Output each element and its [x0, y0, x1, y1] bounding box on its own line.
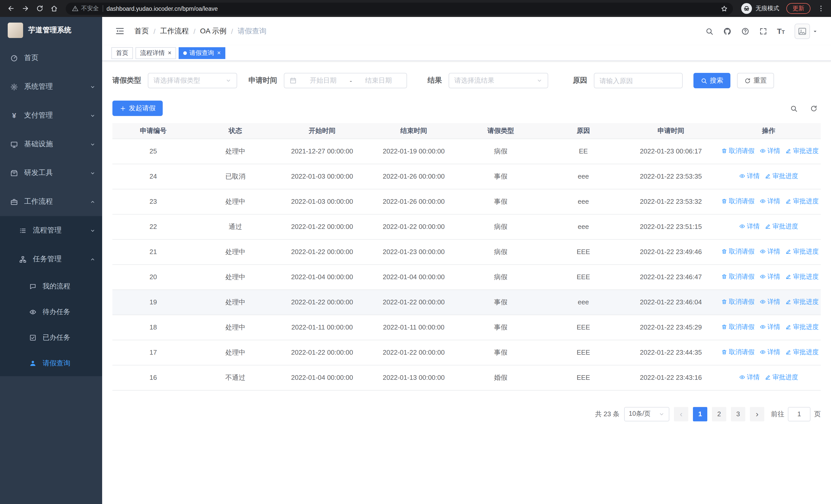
sidebar-item-my-process[interactable]: 我的流程 [0, 273, 102, 299]
browser-update-button[interactable]: 更新 [786, 3, 810, 14]
page-button-3[interactable]: 3 [731, 407, 745, 421]
chevron-down-icon [536, 78, 543, 84]
sidebar-item-dev-tools[interactable]: 研发工具 [0, 158, 102, 187]
cell-id: 20 [112, 264, 194, 290]
fullscreen-icon[interactable] [759, 27, 767, 35]
browser-forward-button[interactable] [19, 2, 32, 15]
action-cancel[interactable]: 取消请假 [721, 247, 754, 256]
incognito-icon [741, 3, 752, 14]
cell-start-time: 2022-01-22 00:00:00 [277, 239, 368, 264]
cell-end-time: 2022-01-11 00:00:00 [368, 315, 460, 340]
next-page-button[interactable]: › [750, 407, 764, 421]
action-cancel[interactable]: 取消请假 [721, 197, 754, 206]
bookmark-star-button[interactable] [719, 3, 730, 14]
action-progress[interactable]: 审批进度 [785, 147, 819, 155]
browser-menu-button[interactable] [814, 2, 827, 14]
incognito-label: 无痕模式 [755, 5, 779, 12]
action-progress[interactable]: 审批进度 [765, 373, 798, 382]
action-cancel[interactable]: 取消请假 [721, 298, 754, 306]
sidebar-item-workflow[interactable]: 工作流程 [0, 187, 102, 216]
create-leave-button[interactable]: 发起请假 [112, 100, 163, 116]
sidebar-toggle-icon[interactable] [115, 26, 125, 36]
page-button-2[interactable]: 2 [712, 407, 726, 421]
tab-process-detail[interactable]: 流程详情× [136, 47, 176, 59]
font-size-icon[interactable]: T T [777, 27, 785, 35]
tab-close-icon[interactable]: × [168, 50, 171, 56]
calendar-icon [289, 77, 297, 84]
sidebar-item-process-management[interactable]: 流程管理 [0, 216, 102, 245]
refresh-table-icon[interactable] [810, 105, 818, 112]
sidebar-item-payment-management[interactable]: ¥支付管理 [0, 101, 102, 130]
action-detail[interactable]: 详情 [739, 373, 760, 382]
prev-page-button[interactable]: ‹ [674, 407, 688, 421]
three-dots-icon [817, 5, 825, 12]
site-security-chip[interactable]: 不安全 [72, 5, 99, 12]
action-progress[interactable]: 审批进度 [785, 348, 819, 357]
breadcrumb-item[interactable]: OA 示例 [200, 26, 227, 36]
url-text[interactable]: dashboard.yudao.iocoder.cn/bpm/oa/leave [107, 5, 715, 11]
cell-start-time: 2021-12-27 00:00:00 [277, 139, 368, 164]
breadcrumb-item: 请假查询 [238, 26, 266, 36]
action-cancel[interactable]: 取消请假 [721, 272, 754, 281]
end-date-input[interactable]: 结束日期 [355, 76, 401, 85]
search-button[interactable]: 搜索 [693, 73, 730, 88]
sidebar-item-system-management[interactable]: 系统管理 [0, 72, 102, 101]
action-label: 详情 [747, 373, 760, 382]
result-select[interactable]: 请选择流结果 [449, 73, 548, 88]
reset-button[interactable]: 重置 [737, 73, 774, 88]
tab-home[interactable]: 首页 [111, 47, 133, 59]
browser-reload-button[interactable] [33, 2, 46, 15]
page-button-1[interactable]: 1 [693, 407, 707, 421]
reason-input[interactable] [594, 73, 683, 88]
action-detail[interactable]: 详情 [760, 272, 780, 281]
action-detail[interactable]: 详情 [739, 172, 760, 181]
action-progress[interactable]: 审批进度 [785, 298, 819, 306]
sidebar-item-task-management[interactable]: 任务管理 [0, 245, 102, 273]
action-detail[interactable]: 详情 [760, 298, 780, 306]
breadcrumb-item[interactable]: 首页 [135, 26, 149, 36]
sidebar-item-home[interactable]: 首页 [0, 43, 102, 72]
action-progress[interactable]: 审批进度 [785, 247, 819, 256]
breadcrumb-item[interactable]: 工作流程 [160, 26, 189, 36]
action-detail[interactable]: 详情 [760, 323, 780, 331]
navbar-actions: T T [705, 23, 818, 39]
action-detail[interactable]: 详情 [760, 147, 780, 155]
sidebar-item-leave-query[interactable]: 请假查询 [0, 351, 102, 376]
app-logo[interactable]: 芋道管理系统 [0, 17, 102, 43]
sidebar-item-done-tasks[interactable]: 已办任务 [0, 325, 102, 351]
action-detail[interactable]: 详情 [739, 222, 760, 231]
action-progress[interactable]: 审批进度 [785, 197, 819, 206]
address-bar[interactable]: 不安全 dashboard.yudao.iocoder.cn/bpm/oa/le… [66, 2, 733, 14]
browser-back-button[interactable] [4, 2, 18, 15]
user-avatar[interactable] [795, 23, 810, 39]
browser-home-button[interactable] [47, 2, 61, 15]
action-progress[interactable]: 审批进度 [785, 272, 819, 281]
search-icon[interactable] [705, 27, 713, 35]
user-menu[interactable] [795, 23, 818, 39]
briefcase-icon [10, 198, 18, 206]
goto-page-input[interactable] [788, 407, 810, 421]
action-cancel[interactable]: 取消请假 [721, 323, 754, 331]
action-progress[interactable]: 审批进度 [765, 222, 798, 231]
start-date-input[interactable]: 开始日期 [300, 76, 346, 85]
action-detail[interactable]: 详情 [760, 247, 780, 256]
action-progress[interactable]: 审批进度 [765, 172, 798, 181]
page-size-select[interactable]: 10条/页 [624, 407, 669, 421]
action-detail[interactable]: 详情 [760, 197, 780, 206]
action-cancel[interactable]: 取消请假 [721, 348, 754, 357]
sidebar-item-todo-tasks[interactable]: 待办任务 [0, 299, 102, 325]
cell-reason: EE [542, 139, 625, 164]
help-icon[interactable] [741, 27, 749, 35]
chat-icon [29, 283, 36, 290]
action-detail[interactable]: 详情 [760, 348, 780, 357]
tab-leave-query[interactable]: 请假查询× [179, 47, 225, 59]
action-progress[interactable]: 审批进度 [785, 323, 819, 331]
action-cancel[interactable]: 取消请假 [721, 147, 754, 155]
tab-close-icon[interactable]: × [217, 50, 221, 56]
sidebar-item-infrastructure[interactable]: 基础设施 [0, 130, 102, 158]
date-range-picker[interactable]: 开始日期 - 结束日期 [284, 73, 407, 88]
github-icon[interactable] [723, 27, 731, 35]
cell-status: 处理中 [194, 264, 277, 290]
leave-type-select[interactable]: 请选择请假类型 [148, 73, 237, 88]
toggle-search-icon[interactable] [790, 105, 798, 112]
